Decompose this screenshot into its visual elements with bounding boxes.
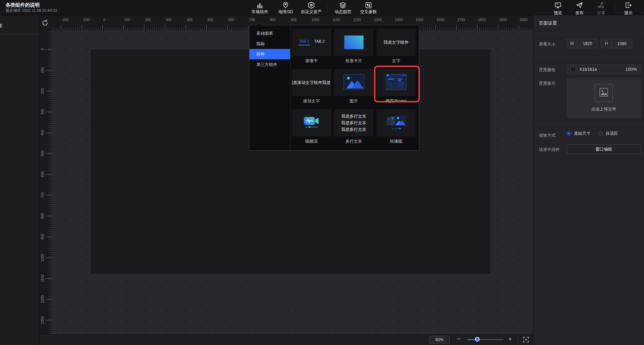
toolbar-label: 常规组件 — [252, 9, 268, 14]
ruler-v-label: 1100 — [41, 271, 45, 285]
ruler-h-label: 900 — [291, 18, 297, 22]
ruler-h-label: 0 — [103, 18, 105, 22]
bg-color-field[interactable]: #1b1b1e 100% — [567, 65, 641, 74]
zoom-out-button[interactable]: − — [457, 336, 460, 343]
window-edit-button[interactable]: 窗口编辑 — [567, 144, 641, 154]
menu-item-indicators[interactable]: 指标 — [249, 39, 290, 49]
toolbar-item-dynamic-layers[interactable]: 动态图层 — [330, 0, 356, 15]
action-label: 分享 — [597, 10, 605, 15]
layer-panel-strip: 理 — [0, 15, 40, 345]
component-card-scroll-text[interactable]: 我是滚动文字组件我是 滚动文字 — [292, 69, 331, 104]
page-settings-panel: 页面设置 屏幕大小 W 1920 H 1080 背景颜色 #1b1b1e 100… — [533, 15, 644, 345]
ruler-h-label: 2000 — [520, 18, 527, 22]
share-button[interactable]: 分享 — [590, 0, 612, 15]
carousel-icon — [386, 114, 407, 132]
menu-item-third-party[interactable]: 第三方组件 — [249, 59, 290, 70]
multiline-preview-line: 我是多行文本 — [341, 120, 366, 126]
middleware-label: 请求中间件 — [539, 147, 560, 153]
toolbar-item-geo-3d[interactable]: 地理/3D — [273, 0, 298, 15]
component-toolbar: 常规组件 地理/3D 自定义资产 动态图层 交互参数 — [247, 0, 381, 15]
bg-color-value: #1b1b1e — [579, 67, 626, 72]
ruler-h-label: 200 — [145, 18, 151, 22]
ruler-v-label: 700 — [41, 188, 45, 202]
bottom-bar: 60% − + — [40, 334, 533, 345]
radio-label: 原始尺寸 — [574, 131, 591, 136]
header-bar: 各类组件的说明 最近保存 2022-11-08 15:44:02 常规组件 地理… — [0, 0, 644, 15]
ruler-h-label: -100 — [83, 18, 90, 22]
card-preview — [376, 109, 416, 136]
card-preview: 我是滚动文字组件我是 — [292, 69, 331, 96]
ruler-h-label: 1000 — [312, 18, 319, 22]
ruler-h-label: 1200 — [353, 18, 361, 22]
toolbar-item-regular-components[interactable]: 常规组件 — [247, 0, 273, 15]
ruler-h-label: 300 — [166, 18, 172, 22]
width-field[interactable]: W 1920 — [567, 39, 598, 48]
height-value[interactable]: 1080 — [612, 41, 632, 46]
color-swatch[interactable] — [570, 67, 576, 72]
scroll-text-preview: 我是滚动文字组件我是 — [292, 80, 331, 86]
component-card-video-stream[interactable]: 视频流 — [292, 109, 331, 144]
bg-color-label: 背景颜色 — [539, 67, 556, 73]
action-label: 预览 — [554, 10, 562, 15]
height-field[interactable]: H 1080 — [601, 39, 632, 48]
upload-text: 点击上传文件 — [591, 106, 616, 112]
ruler-v-label: 500 — [41, 146, 45, 160]
ruler-v-label: 300 — [41, 105, 45, 119]
width-value[interactable]: 1920 — [577, 41, 598, 46]
exit-button[interactable]: 退出 — [618, 0, 639, 15]
ruler-h-label: 1100 — [332, 18, 340, 22]
menu-item-basic-charts[interactable]: 基础图表 — [249, 28, 290, 39]
zoom-slider[interactable] — [467, 339, 503, 340]
component-card-image[interactable]: 图片 — [334, 69, 373, 104]
ruler-h-label: 1700 — [457, 18, 465, 22]
ruler-h-label: 1900 — [499, 18, 507, 22]
settings-divider — [533, 57, 644, 58]
zoom-in-button[interactable]: + — [508, 336, 512, 343]
tab-preview-2: TAB 2 — [314, 39, 325, 45]
component-card-text[interactable]: 我是文字组件 文字 — [376, 29, 416, 64]
card-label: 多行文本 — [334, 138, 373, 144]
last-saved-time: 最近保存 2022-11-08 15:44:02 — [6, 8, 57, 13]
card-label: 选项卡 — [292, 58, 331, 64]
ruler-h-label: 400 — [187, 18, 193, 22]
header-actions: 预览 发布 分享 退出 — [547, 0, 639, 15]
preview-button[interactable]: 预览 — [547, 0, 569, 15]
settings-title: 页面设置 — [539, 20, 557, 26]
menu-item-controls[interactable]: 控件 — [249, 49, 290, 59]
ruler-h-label: 1400 — [395, 18, 402, 22]
height-key: H — [601, 39, 612, 48]
ruler-v-label: 1000 — [41, 251, 45, 264]
toolbar-label: 动态图层 — [334, 9, 351, 14]
bottom-bar-divider — [518, 335, 518, 345]
radio-adaptive[interactable]: 自适应 — [598, 131, 618, 136]
video-camera-icon — [304, 116, 320, 130]
fit-to-screen-icon[interactable] — [523, 337, 529, 344]
component-card-tabs[interactable]: TAB 1 TAB 2 选项卡 — [292, 29, 331, 64]
publish-button[interactable]: 发布 — [569, 0, 590, 15]
toolbar-item-interaction-params[interactable]: 交互参数 — [356, 0, 381, 15]
upload-dropzone[interactable]: 点击上传文件 — [567, 78, 641, 118]
component-card-multiline-text[interactable]: 我是多行文本 我是多行文本 我是多行文本 多行文本 — [334, 109, 373, 144]
preview-monitor-icon — [554, 1, 562, 10]
ruler-h-label: 1600 — [437, 18, 444, 22]
radio-unselected-icon — [598, 131, 603, 136]
map-pin-icon — [282, 1, 289, 9]
actions-divider — [615, 2, 615, 13]
toolbar-item-custom-assets[interactable]: 自定义资产 — [298, 0, 324, 15]
toolbar-label: 地理/3D — [278, 9, 293, 14]
scale-mode-label: 缩放方式 — [539, 133, 556, 138]
ruler-v-label: 1300 — [41, 313, 45, 327]
component-card-rect-card[interactable]: 矩形卡片 — [334, 29, 373, 64]
component-card-carousel[interactable]: 轮播图 — [376, 109, 416, 144]
zoom-level-field[interactable]: 60% — [430, 336, 450, 344]
radio-original-size[interactable]: 原始尺寸 — [567, 131, 591, 136]
multiline-preview-line: 我是多行文本 — [341, 113, 366, 120]
zoom-slider-thumb[interactable] — [475, 337, 480, 342]
ruler-h-label: 1500 — [416, 18, 423, 22]
hexagon-icon — [307, 1, 315, 9]
multiline-preview-line: 我是多行文本 — [341, 126, 366, 133]
component-card-iframe[interactable]: 网页/iframe — [376, 69, 416, 104]
sliders-icon — [365, 1, 372, 9]
refresh-icon[interactable] — [41, 19, 49, 28]
scale-mode-options: 原始尺寸 自适应 — [567, 131, 618, 136]
